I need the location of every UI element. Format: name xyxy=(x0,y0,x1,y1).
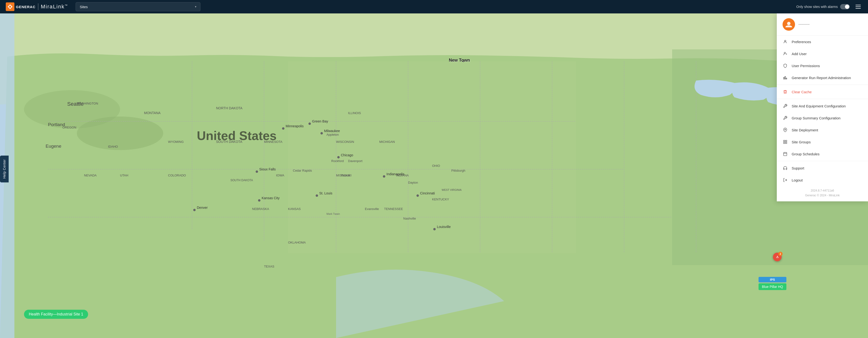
generac-logo: GENERAC xyxy=(6,2,35,11)
svg-text:Rockford: Rockford xyxy=(331,159,344,163)
svg-text:NEVADA: NEVADA xyxy=(84,174,97,177)
menu-item-site-groups[interactable]: Site Groups xyxy=(777,136,868,148)
svg-text:MONTANA: MONTANA xyxy=(144,111,161,115)
svg-text:WISCONSIN: WISCONSIN xyxy=(336,140,354,144)
svg-text:NORTH DAKOTA: NORTH DAKOTA xyxy=(216,106,243,110)
svg-text:COLORADO: COLORADO xyxy=(168,174,186,177)
site-deployment-label: Site Deployment xyxy=(792,128,818,132)
svg-text:KENTUCKY: KENTUCKY xyxy=(432,198,449,201)
map-container: Seattle Portland Eugene WASHINGTON OREGO… xyxy=(0,13,868,338)
preferences-label: Preferences xyxy=(792,40,811,44)
svg-rect-85 xyxy=(783,77,784,79)
svg-text:OREGON: OREGON xyxy=(62,126,76,129)
svg-rect-89 xyxy=(783,140,785,141)
svg-text:MICHIGAN: MICHIGAN xyxy=(379,140,395,144)
logout-label: Logout xyxy=(792,178,803,182)
svg-text:Louisville: Louisville xyxy=(437,225,451,229)
alarm-marker[interactable]: ⚠ 2 xyxy=(773,253,782,261)
site-equipment-config-label: Site And Equipment Configuration xyxy=(792,104,846,108)
group-schedules-label: Group Schedules xyxy=(792,152,819,156)
menu-item-group-summary-config[interactable]: Group Summary Configuration xyxy=(777,112,868,124)
menu-divider-2 xyxy=(777,99,868,99)
svg-point-54 xyxy=(256,170,258,173)
svg-point-0 xyxy=(9,6,11,8)
shield-icon xyxy=(782,63,788,68)
svg-text:Cincinnati: Cincinnati xyxy=(420,191,435,195)
menu-item-add-user[interactable]: Add User xyxy=(777,48,868,60)
generac-text: GENERAC xyxy=(16,5,35,9)
menu-divider-3 xyxy=(777,161,868,161)
menu-item-preferences[interactable]: Preferences xyxy=(777,36,868,48)
add-user-label: Add User xyxy=(792,52,807,56)
svg-text:IOWA: IOWA xyxy=(276,174,284,177)
menu-item-clear-cache[interactable]: Clear Cache xyxy=(777,86,868,98)
hamburger-line-3 xyxy=(856,8,861,9)
svg-text:Denver: Denver xyxy=(197,206,208,209)
svg-point-81 xyxy=(784,40,786,42)
help-center-tab-wrapper: Help Center xyxy=(0,156,9,182)
help-center-tab[interactable]: Help Center xyxy=(0,156,9,182)
svg-text:Nashville: Nashville xyxy=(403,217,416,220)
version-text: 2024.8.7-44711a6 xyxy=(777,186,868,193)
menu-divider-1 xyxy=(777,84,868,85)
menu-item-site-equipment-config[interactable]: Site And Equipment Configuration xyxy=(777,100,868,112)
logo-area: GENERAC MiraLink™ xyxy=(6,2,68,11)
svg-point-82 xyxy=(784,52,786,54)
trash-icon xyxy=(782,89,788,95)
grid-icon xyxy=(782,139,788,144)
svg-point-60 xyxy=(433,228,436,230)
map-background: Seattle Portland Eugene WASHINGTON OREGO… xyxy=(0,13,868,338)
user-display-name: ············ xyxy=(798,23,810,26)
group-summary-config-label: Group Summary Configuration xyxy=(792,116,840,120)
svg-text:WEST VIRGINIA: WEST VIRGINIA xyxy=(442,189,462,191)
svg-text:Mark Twain: Mark Twain xyxy=(327,212,340,215)
svg-point-58 xyxy=(416,194,419,197)
svg-text:WYOMING: WYOMING xyxy=(168,140,184,144)
logo-divider xyxy=(38,3,38,10)
blue-pillar-badge: Blue Pillar HQ xyxy=(758,283,786,290)
generac-icon xyxy=(6,2,14,11)
svg-point-62 xyxy=(258,199,260,202)
hamburger-line-1 xyxy=(856,5,861,5)
miralink-logo-text: MiraLink™ xyxy=(41,4,68,10)
menu-item-support[interactable]: Support xyxy=(777,162,868,174)
tool-icon xyxy=(782,115,788,121)
svg-text:Indianapolis: Indianapolis xyxy=(386,172,404,176)
svg-text:Dayton: Dayton xyxy=(408,181,418,184)
svg-text:Chicago: Chicago xyxy=(341,153,353,157)
user-details: ············ xyxy=(798,23,810,26)
svg-text:Cedar Rapids: Cedar Rapids xyxy=(293,169,312,172)
svg-text:Minneapolis: Minneapolis xyxy=(286,124,304,128)
svg-point-88 xyxy=(785,129,786,130)
menu-item-site-deployment[interactable]: Site Deployment xyxy=(777,124,868,136)
logout-icon xyxy=(782,177,788,183)
svg-text:Appleton: Appleton xyxy=(327,133,339,136)
person-icon xyxy=(782,39,788,44)
svg-text:St. Louis: St. Louis xyxy=(319,191,332,195)
svg-text:Green Bay: Green Bay xyxy=(312,120,328,123)
menu-item-group-schedules[interactable]: Group Schedules xyxy=(777,148,868,160)
menu-item-logout[interactable]: Logout xyxy=(777,174,868,186)
bar-chart-icon xyxy=(782,75,788,80)
svg-rect-93 xyxy=(783,153,787,156)
svg-rect-92 xyxy=(786,142,787,144)
menu-item-generator-run-report[interactable]: Generator Run Report Administration xyxy=(777,72,868,84)
alarm-toggle-switch[interactable] xyxy=(840,4,850,9)
svg-rect-91 xyxy=(783,142,785,144)
menu-button[interactable] xyxy=(855,3,862,10)
svg-text:Peoria: Peoria xyxy=(341,174,350,177)
calendar-icon xyxy=(782,151,788,157)
app-header: GENERAC MiraLink™ Sites ▾ Only show site… xyxy=(0,0,868,13)
sites-dropdown[interactable]: Sites ▾ xyxy=(75,2,200,11)
user-avatar xyxy=(782,18,795,31)
menu-item-user-permissions[interactable]: User Permissions xyxy=(777,60,868,72)
dropdown-arrow-icon: ▾ xyxy=(195,5,196,8)
svg-text:UTAH: UTAH xyxy=(120,174,128,177)
svg-text:Davenport: Davenport xyxy=(348,159,363,163)
svg-text:Milwaukee: Milwaukee xyxy=(324,129,340,133)
copyright-text: Generac © 2024 - MiraLink xyxy=(777,193,868,198)
svg-text:WASHINGTON: WASHINGTON xyxy=(77,102,98,105)
svg-point-52 xyxy=(193,209,196,211)
svg-text:Eugene: Eugene xyxy=(45,144,61,148)
svg-point-66 xyxy=(308,123,311,125)
